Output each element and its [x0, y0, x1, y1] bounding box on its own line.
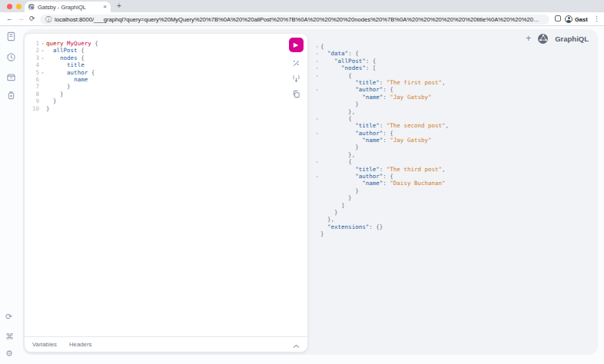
profile-chip[interactable]: Gast [565, 14, 588, 25]
code-line: ] [314, 202, 598, 209]
code-line: }, [314, 108, 598, 115]
code-exporter-icon[interactable] [6, 91, 16, 101]
fold-spacer [39, 61, 46, 68]
copy-query-icon[interactable] [292, 90, 300, 98]
fold-arrow-icon[interactable]: ▾ [314, 65, 320, 71]
fold-arrow-icon[interactable]: ▾ [314, 158, 320, 165]
fold-arrow-icon[interactable]: ▾ [39, 55, 46, 61]
code-line: } [314, 101, 598, 108]
explorer-icon[interactable] [6, 72, 16, 82]
fold-arrow-icon[interactable]: ▾ [314, 58, 320, 65]
code-line: 7 } [29, 83, 307, 90]
refetch-schema-icon[interactable]: ⟳ [5, 312, 12, 321]
execute-query-button[interactable]: ▶ [289, 38, 304, 52]
fold-spacer [39, 83, 46, 90]
browser-tab-strip: Gatsby - GraphiQL × + [0, 0, 604, 12]
code-line: 6 name [29, 76, 307, 83]
code-text: } [320, 144, 359, 151]
code-line: 2▾ allPost { [29, 47, 307, 54]
code-text: } [320, 101, 359, 108]
code-text: { [320, 115, 352, 122]
code-text: "name": "Jay Gatsby" [320, 137, 432, 144]
code-line: } [314, 194, 598, 201]
prettify-query-icon[interactable] [292, 59, 300, 68]
query-editor[interactable]: 1▾query MyQuery {2▾ allPost {3▾ nodes {4… [25, 34, 307, 336]
fold-spacer [314, 166, 320, 173]
code-text: } [46, 83, 71, 90]
fold-arrow-icon[interactable]: ▾ [314, 86, 320, 93]
fold-arrow-icon[interactable]: ▾ [314, 173, 320, 180]
profile-name: Gast [575, 16, 588, 23]
code-text: "author": { [320, 173, 393, 180]
fold-spacer [314, 187, 320, 194]
code-text: } [320, 187, 359, 194]
new-tab-button[interactable]: + [117, 2, 121, 10]
code-line: ▾ "data": { [314, 50, 598, 57]
code-text: { [320, 43, 324, 50]
code-line: 4 title [29, 61, 307, 68]
fold-arrow-icon[interactable]: ▾ [314, 130, 320, 137]
code-text: "title": "The second post", [320, 122, 449, 129]
fold-arrow-icon[interactable]: ▾ [39, 40, 46, 47]
code-line: } [314, 230, 598, 237]
fold-arrow-icon[interactable]: ▾ [314, 43, 320, 50]
code-line: } [314, 209, 598, 216]
code-line: "name": "Jay Gatsby" [314, 94, 598, 101]
line-number: 7 [29, 83, 39, 90]
fold-arrow-icon[interactable]: ▾ [314, 115, 320, 122]
close-window-button[interactable] [7, 4, 12, 9]
code-line: ▾ { [314, 115, 598, 122]
code-text: "title": "The first post", [320, 79, 446, 86]
code-text: } [46, 91, 64, 98]
side-panel-icon[interactable] [555, 15, 561, 22]
code-line: 3▾ nodes { [29, 55, 307, 61]
fold-spacer [314, 151, 320, 158]
fold-spacer [39, 91, 46, 98]
address-bar[interactable]: ⓘ localhost:8000/___graphql?query=query%… [40, 15, 549, 25]
browser-tab[interactable]: Gatsby - GraphiQL × [25, 2, 111, 12]
tab-close-icon[interactable]: × [103, 4, 107, 10]
code-text: } [320, 209, 338, 216]
site-info-icon[interactable]: ⓘ [45, 15, 51, 24]
reload-button[interactable]: ⟳ [29, 15, 35, 22]
docs-icon[interactable] [6, 31, 16, 41]
fold-arrow-icon[interactable]: ▾ [39, 47, 46, 54]
collapse-editor-tools-icon[interactable] [293, 338, 300, 352]
code-line: 9 } [29, 98, 307, 104]
line-number: 10 [29, 105, 39, 112]
fold-spacer [314, 94, 320, 101]
fold-spacer [314, 108, 320, 115]
graphiql-sessions: + GraphiQL 1▾query MyQuery {2▾ allPost {… [23, 29, 598, 355]
fold-arrow-icon[interactable]: ▾ [39, 69, 46, 76]
code-line: 8 } [29, 91, 307, 98]
keyboard-shortcuts-icon[interactable]: ⌘ [5, 332, 14, 341]
code-line: } [314, 187, 598, 194]
settings-gear-icon[interactable]: ⚙ [5, 349, 13, 358]
code-line: ▾ "allPost": { [314, 58, 598, 65]
code-line: }, [314, 216, 598, 223]
tab-headers[interactable]: Headers [69, 341, 91, 348]
merge-fragments-icon[interactable] [292, 74, 300, 83]
graphiql-favicon-icon [28, 4, 35, 10]
editor-tools-bar: Variables Headers [25, 336, 307, 352]
response-viewer: ▾{▾ "data": {▾ "allPost": {▾ "nodes": [▾… [310, 29, 598, 355]
history-icon[interactable] [6, 52, 16, 62]
code-text: query MyQuery { [46, 40, 98, 47]
fold-spacer [314, 230, 320, 237]
fold-arrow-icon[interactable]: ▾ [314, 50, 320, 57]
minimize-window-button[interactable] [16, 4, 22, 9]
fold-arrow-icon[interactable]: ▾ [314, 72, 320, 79]
code-text: "author": { [320, 130, 393, 137]
url-text[interactable]: localhost:8000/___graphql?query=query%20… [55, 16, 544, 23]
code-text: "name": "Jay Gatsby" [320, 94, 432, 101]
forward-button[interactable]: → [18, 15, 25, 22]
fold-spacer [314, 209, 320, 216]
browser-menu-icon[interactable]: ⋮ [593, 15, 600, 22]
code-line: }, [314, 151, 598, 158]
fold-spacer [314, 223, 320, 230]
code-line: "title": "The second post", [314, 122, 598, 129]
code-line: "extensions": {} [314, 223, 598, 230]
code-line: "title": "The first post", [314, 79, 598, 86]
tab-variables[interactable]: Variables [32, 341, 57, 348]
back-button[interactable]: ← [6, 15, 13, 22]
